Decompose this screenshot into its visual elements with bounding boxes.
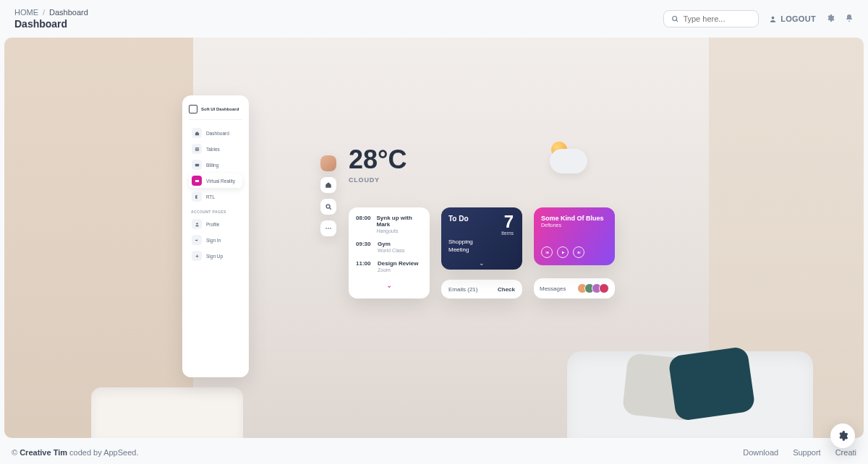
more-button[interactable] xyxy=(320,220,336,236)
home-icon xyxy=(192,128,202,138)
sidebar-item-label: Profile xyxy=(206,222,219,227)
event-sub: Hangouts xyxy=(376,228,422,233)
event-time: 09:30 xyxy=(356,241,372,253)
svg-rect-5 xyxy=(195,150,198,150)
sidebar-item-label: Virtual Reality xyxy=(206,179,235,184)
sidebar-item-label: Dashboard xyxy=(206,131,229,136)
emails-card[interactable]: Emails (21) Check xyxy=(441,280,522,298)
sidebar-item-signup[interactable]: Sign Up xyxy=(189,249,242,263)
avatar-stack xyxy=(580,283,609,293)
svg-rect-3 xyxy=(195,147,198,148)
todo-meeting: Shopping Meeting xyxy=(448,239,473,254)
table-icon xyxy=(192,144,202,154)
footer-link[interactable]: Download xyxy=(743,448,778,457)
svg-line-1 xyxy=(676,20,678,22)
footer-copy: © Creative Tim coded by AppSeed. xyxy=(12,448,138,457)
page-title: Dashboard xyxy=(14,18,88,30)
weather-icon xyxy=(550,149,587,173)
todo-column: To Do 7 items Shopping Meeting ⌄ Emails … xyxy=(441,207,522,298)
sidebar-item-vr[interactable]: Virtual Reality xyxy=(189,173,242,188)
signup-icon xyxy=(192,251,202,261)
search-input[interactable] xyxy=(683,14,751,23)
event-sub: World Class xyxy=(378,248,405,253)
gear-icon xyxy=(837,430,848,442)
next-button[interactable] xyxy=(573,246,584,258)
svg-point-0 xyxy=(673,17,677,21)
music-card: Some Kind Of Blues Deftones xyxy=(534,207,615,265)
schedule-event[interactable]: 09:30 GymWorld Class xyxy=(356,241,422,253)
svg-point-9 xyxy=(326,205,330,208)
search-box[interactable] xyxy=(663,10,759,27)
schedule-event[interactable]: 08:00 Synk up with MarkHangouts xyxy=(356,215,422,233)
gear-icon[interactable] xyxy=(826,12,835,25)
sidebar-item-label: RTL xyxy=(206,194,215,199)
messages-card[interactable]: Messages xyxy=(534,278,615,298)
mini-toolbar xyxy=(320,155,336,236)
event-title: Design Review xyxy=(378,260,418,267)
sidebar-item-label: Sign In xyxy=(206,238,221,243)
card-icon xyxy=(192,160,202,170)
vr-icon xyxy=(192,176,202,186)
svg-point-2 xyxy=(772,16,775,19)
music-column: Some Kind Of Blues Deftones Messages xyxy=(534,207,615,298)
music-artist: Deftones xyxy=(541,223,608,228)
search-icon xyxy=(671,14,678,23)
messages-label: Messages xyxy=(540,285,566,292)
todo-items-label: items xyxy=(501,231,514,236)
emails-label: Emails (21) xyxy=(448,286,477,293)
sidebar-item-label: Sign Up xyxy=(206,254,223,259)
footer: © Creative Tim coded by AppSeed. Downloa… xyxy=(0,441,868,464)
event-time: 08:00 xyxy=(356,215,370,233)
svg-point-13 xyxy=(330,228,331,229)
footer-brand-link[interactable]: Creative Tim xyxy=(20,448,67,457)
topbar: HOME / Dashboard Dashboard LOGOUT xyxy=(0,0,868,38)
search-button[interactable] xyxy=(320,199,336,215)
brand-label: Soft UI Dashboard xyxy=(201,107,239,111)
svg-rect-6 xyxy=(195,163,198,166)
home-button[interactable] xyxy=(320,177,336,193)
svg-rect-4 xyxy=(195,148,198,149)
weather-block: 28°C CLOUDY xyxy=(349,145,407,184)
card-row: 08:00 Synk up with MarkHangouts 09:30 Gy… xyxy=(349,207,615,298)
avatar[interactable] xyxy=(320,155,336,171)
breadcrumb-home[interactable]: HOME xyxy=(14,8,38,17)
breadcrumb: HOME / Dashboard Dashboard xyxy=(14,8,88,30)
todo-card[interactable]: To Do 7 items Shopping Meeting ⌄ xyxy=(441,207,522,270)
sidebar-item-signin[interactable]: Sign In xyxy=(189,233,242,247)
chevron-down-icon[interactable]: ⌄ xyxy=(479,259,485,267)
sidebar-item-profile[interactable]: Profile xyxy=(189,217,242,231)
chevron-down-icon[interactable]: ⌄ xyxy=(356,280,422,289)
emails-action[interactable]: Check xyxy=(498,286,515,293)
event-time: 11:00 xyxy=(356,260,372,272)
bell-icon[interactable] xyxy=(845,12,854,25)
sidebar-item-billing[interactable]: Billing xyxy=(189,158,242,172)
footer-link[interactable]: Creati xyxy=(835,448,856,457)
svg-rect-7 xyxy=(195,180,198,182)
sidebar-item-dashboard[interactable]: Dashboard xyxy=(189,126,242,140)
sidebar-item-tables[interactable]: Tables xyxy=(189,142,242,156)
svg-point-11 xyxy=(326,228,327,229)
sidebar-item-rtl[interactable]: RTL xyxy=(189,189,242,204)
event-title: Synk up with Mark xyxy=(376,215,422,228)
logout-link[interactable]: LOGOUT xyxy=(769,14,816,23)
svg-line-10 xyxy=(330,208,331,210)
footer-link[interactable]: Support xyxy=(793,448,821,457)
schedule-card: 08:00 Synk up with MarkHangouts 09:30 Gy… xyxy=(349,207,430,298)
breadcrumb-current: Dashboard xyxy=(49,8,88,17)
svg-point-8 xyxy=(196,223,197,224)
weather-temp: 28°C xyxy=(349,145,407,175)
settings-fab[interactable] xyxy=(830,424,855,448)
todo-count: 7 xyxy=(504,212,514,232)
svg-point-12 xyxy=(328,228,329,229)
user-icon xyxy=(769,15,777,23)
play-button[interactable] xyxy=(557,246,569,258)
music-title: Some Kind Of Blues xyxy=(541,215,608,222)
avatar xyxy=(599,283,609,293)
sidebar-brand[interactable]: Soft UI Dashboard xyxy=(189,103,242,120)
schedule-event[interactable]: 11:00 Design ReviewZoom xyxy=(356,260,422,272)
prev-button[interactable] xyxy=(541,246,553,258)
signin-icon xyxy=(192,235,202,245)
sidebar-item-label: Tables xyxy=(206,147,220,152)
logout-label: LOGOUT xyxy=(780,14,816,23)
rtl-icon xyxy=(192,192,202,202)
